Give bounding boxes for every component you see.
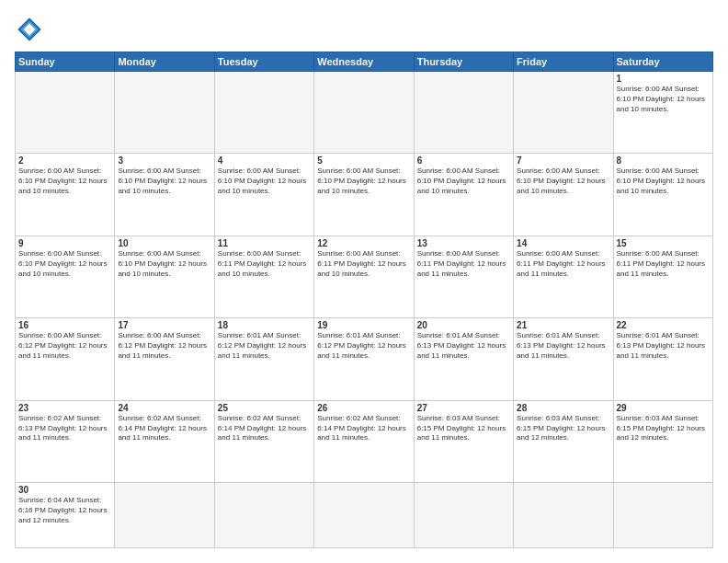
day-number: 11 [218, 238, 311, 248]
day-info: Sunrise: 6:00 AM Sunset: 6:11 PM Dayligh… [317, 249, 410, 279]
day-cell [414, 483, 513, 548]
day-number: 12 [317, 238, 410, 248]
day-info: Sunrise: 6:04 AM Sunset: 6:16 PM Dayligh… [18, 496, 111, 525]
weekday-header-monday: Monday [115, 52, 214, 72]
day-cell: 23Sunrise: 6:02 AM Sunset: 6:13 PM Dayli… [16, 400, 115, 482]
day-number: 17 [118, 320, 210, 330]
day-info: Sunrise: 6:00 AM Sunset: 6:10 PM Dayligh… [218, 167, 311, 196]
logo-icon [15, 15, 44, 44]
day-info: Sunrise: 6:02 AM Sunset: 6:13 PM Dayligh… [18, 414, 111, 443]
day-cell: 9Sunrise: 6:00 AM Sunset: 6:10 PM Daylig… [16, 236, 115, 317]
page: SundayMondayTuesdayWednesdayThursdayFrid… [0, 0, 728, 563]
day-number: 23 [18, 403, 111, 413]
day-info: Sunrise: 6:00 AM Sunset: 6:11 PM Dayligh… [517, 249, 609, 279]
day-info: Sunrise: 6:01 AM Sunset: 6:12 PM Dayligh… [317, 331, 410, 361]
day-number: 2 [18, 155, 111, 166]
day-number: 24 [118, 403, 210, 413]
day-cell: 19Sunrise: 6:01 AM Sunset: 6:12 PM Dayli… [314, 318, 414, 400]
day-number: 16 [18, 320, 111, 330]
day-cell: 7Sunrise: 6:00 AM Sunset: 6:10 PM Daylig… [514, 154, 613, 236]
day-info: Sunrise: 6:01 AM Sunset: 6:13 PM Dayligh… [417, 331, 510, 361]
day-number: 1 [617, 74, 710, 84]
day-cell: 27Sunrise: 6:03 AM Sunset: 6:15 PM Dayli… [414, 400, 513, 482]
day-cell: 20Sunrise: 6:01 AM Sunset: 6:13 PM Dayli… [414, 318, 513, 400]
day-cell: 25Sunrise: 6:02 AM Sunset: 6:14 PM Dayli… [214, 400, 313, 482]
day-info: Sunrise: 6:00 AM Sunset: 6:12 PM Dayligh… [18, 331, 111, 361]
day-number: 29 [617, 403, 710, 413]
week-row-3: 9Sunrise: 6:00 AM Sunset: 6:10 PM Daylig… [16, 236, 713, 317]
day-info: Sunrise: 6:00 AM Sunset: 6:10 PM Dayligh… [118, 167, 210, 196]
day-info: Sunrise: 6:00 AM Sunset: 6:10 PM Dayligh… [617, 167, 710, 196]
day-number: 3 [118, 155, 210, 166]
day-info: Sunrise: 6:02 AM Sunset: 6:14 PM Dayligh… [118, 414, 210, 443]
day-number: 20 [417, 320, 510, 330]
day-number: 7 [517, 155, 609, 166]
weekday-header-thursday: Thursday [414, 52, 513, 72]
day-cell: 13Sunrise: 6:00 AM Sunset: 6:11 PM Dayli… [414, 236, 513, 317]
day-cell: 16Sunrise: 6:00 AM Sunset: 6:12 PM Dayli… [16, 318, 115, 400]
day-info: Sunrise: 6:03 AM Sunset: 6:15 PM Dayligh… [617, 414, 710, 443]
day-cell: 1Sunrise: 6:00 AM Sunset: 6:10 PM Daylig… [613, 72, 712, 154]
week-row-1: 1Sunrise: 6:00 AM Sunset: 6:10 PM Daylig… [16, 72, 713, 154]
day-info: Sunrise: 6:01 AM Sunset: 6:13 PM Dayligh… [517, 331, 609, 361]
day-cell: 28Sunrise: 6:03 AM Sunset: 6:15 PM Dayli… [514, 400, 613, 482]
day-number: 27 [417, 403, 510, 413]
day-info: Sunrise: 6:03 AM Sunset: 6:15 PM Dayligh… [417, 414, 510, 443]
day-cell: 6Sunrise: 6:00 AM Sunset: 6:10 PM Daylig… [414, 154, 513, 236]
day-cell [115, 483, 214, 548]
day-number: 14 [517, 238, 609, 248]
day-cell: 12Sunrise: 6:00 AM Sunset: 6:11 PM Dayli… [314, 236, 414, 317]
weekday-header-sunday: Sunday [16, 52, 115, 72]
day-cell [314, 483, 414, 548]
day-cell: 2Sunrise: 6:00 AM Sunset: 6:10 PM Daylig… [16, 154, 115, 236]
day-number: 26 [317, 403, 410, 413]
day-info: Sunrise: 6:00 AM Sunset: 6:10 PM Dayligh… [317, 167, 410, 196]
weekday-header-row: SundayMondayTuesdayWednesdayThursdayFrid… [16, 52, 713, 72]
weekday-header-friday: Friday [514, 52, 613, 72]
day-cell: 8Sunrise: 6:00 AM Sunset: 6:10 PM Daylig… [613, 154, 712, 236]
day-cell [314, 72, 414, 154]
day-cell: 17Sunrise: 6:00 AM Sunset: 6:12 PM Dayli… [115, 318, 214, 400]
day-cell: 10Sunrise: 6:00 AM Sunset: 6:10 PM Dayli… [115, 236, 214, 317]
day-info: Sunrise: 6:02 AM Sunset: 6:14 PM Dayligh… [218, 414, 311, 443]
calendar: SundayMondayTuesdayWednesdayThursdayFrid… [15, 52, 713, 548]
day-cell [115, 72, 214, 154]
week-row-6: 30Sunrise: 6:04 AM Sunset: 6:16 PM Dayli… [16, 483, 713, 548]
day-number: 22 [617, 320, 710, 330]
logo [15, 15, 48, 44]
day-info: Sunrise: 6:00 AM Sunset: 6:11 PM Dayligh… [417, 249, 510, 279]
day-number: 25 [218, 403, 311, 413]
day-cell [414, 72, 513, 154]
day-cell: 21Sunrise: 6:01 AM Sunset: 6:13 PM Dayli… [514, 318, 613, 400]
day-info: Sunrise: 6:01 AM Sunset: 6:13 PM Dayligh… [617, 331, 710, 361]
day-cell: 5Sunrise: 6:00 AM Sunset: 6:10 PM Daylig… [314, 154, 414, 236]
day-info: Sunrise: 6:00 AM Sunset: 6:10 PM Dayligh… [617, 85, 710, 114]
day-info: Sunrise: 6:00 AM Sunset: 6:10 PM Dayligh… [18, 167, 111, 196]
day-info: Sunrise: 6:00 AM Sunset: 6:10 PM Dayligh… [118, 249, 210, 279]
day-number: 30 [18, 485, 111, 495]
day-info: Sunrise: 6:00 AM Sunset: 6:11 PM Dayligh… [617, 249, 710, 279]
day-info: Sunrise: 6:02 AM Sunset: 6:14 PM Dayligh… [317, 414, 410, 443]
day-number: 18 [218, 320, 311, 330]
day-number: 15 [617, 238, 710, 248]
day-info: Sunrise: 6:00 AM Sunset: 6:10 PM Dayligh… [417, 167, 510, 196]
day-cell: 26Sunrise: 6:02 AM Sunset: 6:14 PM Dayli… [314, 400, 414, 482]
day-number: 28 [517, 403, 609, 413]
day-number: 4 [218, 155, 311, 166]
day-cell: 22Sunrise: 6:01 AM Sunset: 6:13 PM Dayli… [613, 318, 712, 400]
day-cell: 14Sunrise: 6:00 AM Sunset: 6:11 PM Dayli… [514, 236, 613, 317]
day-cell [214, 72, 313, 154]
day-cell: 15Sunrise: 6:00 AM Sunset: 6:11 PM Dayli… [613, 236, 712, 317]
day-number: 13 [417, 238, 510, 248]
day-number: 21 [517, 320, 609, 330]
day-cell: 4Sunrise: 6:00 AM Sunset: 6:10 PM Daylig… [214, 154, 313, 236]
day-cell: 3Sunrise: 6:00 AM Sunset: 6:10 PM Daylig… [115, 154, 214, 236]
day-number: 9 [18, 238, 111, 248]
day-number: 8 [617, 155, 710, 166]
week-row-4: 16Sunrise: 6:00 AM Sunset: 6:12 PM Dayli… [16, 318, 713, 400]
day-cell: 30Sunrise: 6:04 AM Sunset: 6:16 PM Dayli… [16, 483, 115, 548]
day-number: 5 [317, 155, 410, 166]
header [15, 15, 713, 44]
day-info: Sunrise: 6:00 AM Sunset: 6:10 PM Dayligh… [18, 249, 111, 279]
day-cell [16, 72, 115, 154]
